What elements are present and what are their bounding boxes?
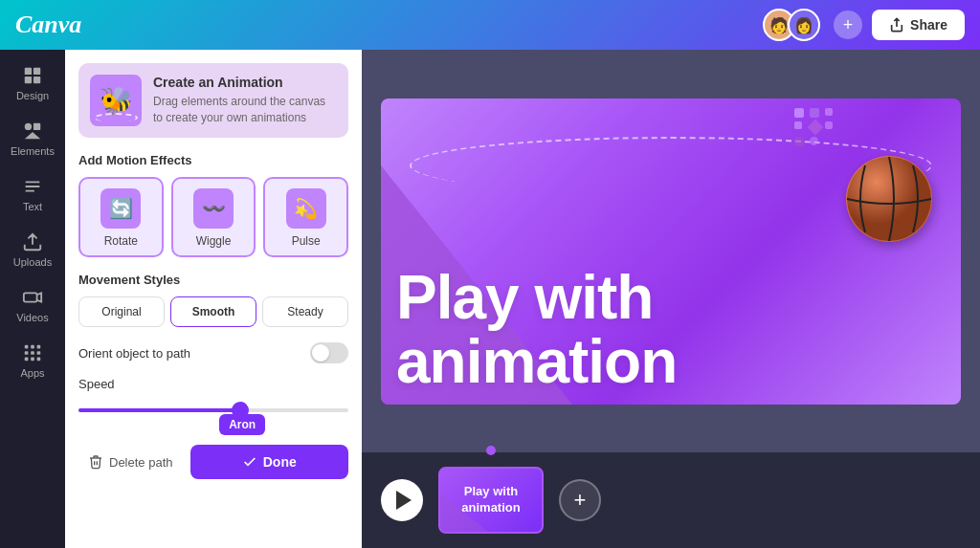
basketball-svg xyxy=(846,156,932,242)
header-right: 🧑 👩 + Share xyxy=(763,9,965,41)
elements-icon xyxy=(22,121,43,142)
wiggle-icon: 〰️ xyxy=(193,188,234,229)
share-icon xyxy=(889,17,904,33)
svg-rect-13 xyxy=(37,351,41,355)
slider-track xyxy=(78,408,348,412)
canvas-text: Play with animation xyxy=(396,266,946,394)
animation-banner: 🐝 Create an Animation Drag elements arou… xyxy=(78,63,348,138)
smooth-style-btn[interactable]: Smooth xyxy=(170,296,256,327)
apps-icon xyxy=(22,342,43,363)
canvas-text-line1: Play with xyxy=(396,266,946,330)
timeline: Play with animation + xyxy=(362,452,980,548)
avatar-2: 👩 xyxy=(788,9,820,41)
header: Canva 🧑 👩 + Share xyxy=(0,0,980,50)
timeline-slide-text: Play with animation xyxy=(461,484,520,516)
speed-section: Speed Aron xyxy=(78,377,348,431)
canva-logo: Canva xyxy=(15,11,81,39)
svg-rect-5 xyxy=(33,123,40,130)
play-button[interactable] xyxy=(381,479,423,521)
banner-text: Create an Animation Drag elements around… xyxy=(153,75,337,126)
svg-rect-8 xyxy=(25,345,29,349)
motion-effects-title: Add Motion Effects xyxy=(78,153,348,167)
play-icon xyxy=(396,491,412,510)
wiggle-effect-btn[interactable]: 〰️ Wiggle xyxy=(171,177,256,257)
svg-rect-11 xyxy=(25,351,29,355)
svg-rect-0 xyxy=(25,68,32,75)
canvas-text-line2: animation xyxy=(396,330,946,394)
videos-icon xyxy=(22,287,43,308)
panel-actions: Delete path Done xyxy=(78,445,348,479)
main-body: Design Elements Text Uploads Videos Apps xyxy=(0,50,980,548)
steady-style-btn[interactable]: Steady xyxy=(262,296,348,327)
add-collaborator-button[interactable]: + xyxy=(834,11,862,39)
speed-slider[interactable]: Aron xyxy=(78,399,348,431)
movement-styles-title: Movement Styles xyxy=(78,273,348,287)
delete-path-button[interactable]: Delete path xyxy=(78,447,183,477)
orient-row: Orient object to path xyxy=(78,342,348,363)
banner-icon: 🐝 xyxy=(90,75,142,126)
original-style-btn[interactable]: Original xyxy=(78,296,165,327)
svg-rect-14 xyxy=(25,358,29,362)
sidebar-item-uploads[interactable]: Uploads xyxy=(5,224,60,275)
sidebar-item-text[interactable]: Text xyxy=(5,168,60,220)
sidebar: Design Elements Text Uploads Videos Apps xyxy=(0,50,65,548)
motion-effects: 🔄 Rotate 〰️ Wiggle 💫 Pulse xyxy=(78,177,348,257)
slider-fill xyxy=(78,408,240,412)
sidebar-item-elements[interactable]: Elements xyxy=(5,113,60,164)
svg-rect-2 xyxy=(25,77,32,83)
avatars: 🧑 👩 xyxy=(763,9,820,41)
svg-rect-9 xyxy=(31,345,34,349)
canvas-wrapper: Play with animation xyxy=(362,50,980,452)
svg-rect-3 xyxy=(33,77,40,83)
sidebar-item-design[interactable]: Design xyxy=(5,57,60,109)
panel: 🐝 Create an Animation Drag elements arou… xyxy=(65,50,362,548)
rotate-effect-btn[interactable]: 🔄 Rotate xyxy=(78,177,164,257)
decorative-dots xyxy=(794,108,836,146)
sidebar-item-apps[interactable]: Apps xyxy=(5,335,60,386)
design-icon xyxy=(22,65,43,86)
svg-rect-7 xyxy=(24,293,37,301)
svg-marker-6 xyxy=(25,132,41,139)
basketball xyxy=(846,156,932,242)
add-slide-button[interactable]: + xyxy=(559,479,601,521)
pulse-icon: 💫 xyxy=(286,188,326,229)
rotate-icon: 🔄 xyxy=(100,188,141,229)
pulse-effect-btn[interactable]: 💫 Pulse xyxy=(263,177,348,257)
timeline-connector-dot xyxy=(486,446,496,455)
trash-icon xyxy=(88,454,103,470)
svg-rect-10 xyxy=(37,345,41,349)
sidebar-item-videos[interactable]: Videos xyxy=(5,279,60,331)
svg-rect-15 xyxy=(31,358,34,362)
checkmark-icon xyxy=(242,454,257,470)
timeline-slide-wrapper: Play with animation xyxy=(438,467,544,534)
svg-point-4 xyxy=(25,123,32,130)
svg-rect-16 xyxy=(37,358,41,362)
speed-tooltip: Aron xyxy=(219,414,265,435)
timeline-slide[interactable]: Play with animation xyxy=(438,467,544,534)
share-button[interactable]: Share xyxy=(872,10,965,40)
done-button[interactable]: Done xyxy=(190,445,349,479)
uploads-icon xyxy=(22,231,43,252)
orient-toggle[interactable] xyxy=(310,342,348,363)
canvas[interactable]: Play with animation xyxy=(381,99,961,405)
movement-styles: Original Smooth Steady xyxy=(78,296,348,327)
canvas-area: Play with animation Play with animation … xyxy=(362,50,980,548)
svg-rect-12 xyxy=(31,351,34,355)
svg-rect-1 xyxy=(33,68,40,75)
text-icon xyxy=(22,176,43,197)
